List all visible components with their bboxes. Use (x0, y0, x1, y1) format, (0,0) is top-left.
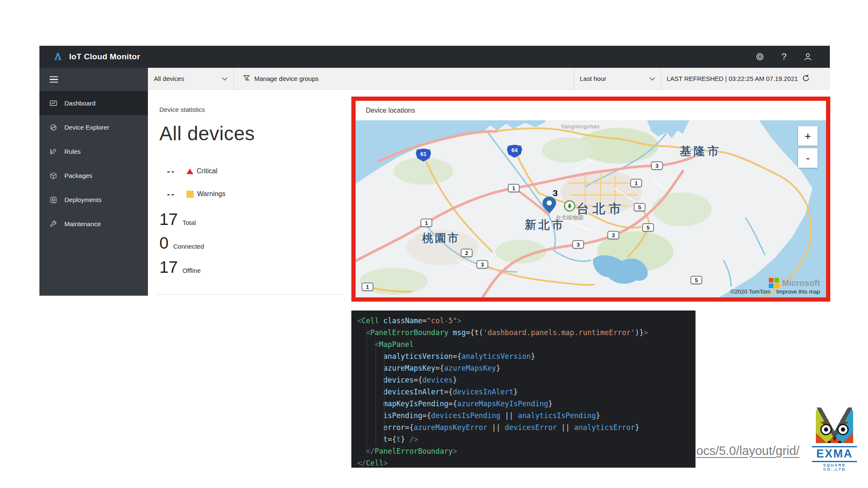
total-value: 17 (159, 210, 178, 229)
sidebar-item-label: Packages (64, 172, 92, 179)
road-shield-3: 3 (607, 231, 619, 239)
profile-icon[interactable] (804, 53, 812, 61)
road-shield-3: 3 (572, 240, 584, 249)
sidebar-item-label: Deployments (64, 196, 102, 203)
warnings-square-icon (186, 191, 194, 198)
help-icon[interactable]: ? (782, 52, 787, 61)
total-label: Total (182, 219, 196, 226)
device-locations-panel: Device locations (351, 97, 830, 302)
road-shield-3: 3 (651, 161, 663, 170)
sidebar-item-label: Rules (64, 148, 81, 155)
zoom-in-button[interactable]: + (798, 126, 818, 146)
offline-value: 17 (159, 258, 178, 277)
connected-label: Connected (173, 243, 204, 250)
warnings-stat-row: -- Warnings (167, 189, 225, 199)
settings-gear-icon[interactable] (755, 52, 765, 61)
offline-label: Offline (182, 267, 200, 274)
microsoft-wordmark: Microsoft (782, 278, 820, 288)
device-cluster-count: 3 (553, 188, 558, 198)
park-poi-icon (564, 200, 576, 212)
map-copyright: ©2020 TomTom (730, 288, 771, 295)
sidebar-item-rules[interactable]: Rules (39, 139, 148, 164)
connected-stat-row: 0 Connected (159, 234, 204, 252)
city-label-taipei: 台北市 (576, 200, 625, 218)
dashboard-toolbar: All devices Manage device groups Last ho… (148, 68, 830, 90)
panel-title: Device locations (356, 101, 826, 120)
microsoft-squares-icon (769, 278, 779, 288)
panel-title: Device statistics (159, 106, 205, 113)
road-shield-1: 1 (420, 219, 432, 227)
indent-guide (376, 338, 376, 445)
chevron-down-icon (222, 77, 228, 80)
microsoft-logo: Microsoft (730, 278, 820, 288)
map-attribution: Microsoft ©2020 TomTom Improve this map (730, 278, 820, 295)
device-cluster-pin-icon[interactable] (542, 196, 556, 216)
critical-stat-row: -- Critical (167, 166, 217, 176)
last-refreshed-text: LAST REFRESHED | 03:22:25 AM 07.19.2021 (667, 75, 798, 82)
device-group-value: All devices (154, 75, 184, 82)
maintenance-icon (50, 220, 57, 228)
sidebar-item-device-explorer[interactable]: Device Explorer (39, 115, 148, 139)
code-snippet-panel: <Cell className="col-5"> <PanelErrorBoun… (351, 311, 696, 468)
device-group-title: All devices (159, 122, 255, 145)
rules-icon (50, 148, 57, 155)
sidebar-item-label: Dashboard (64, 100, 95, 107)
sidebar-item-maintenance[interactable]: Maintenance (39, 212, 148, 236)
manage-device-groups-label: Manage device groups (254, 75, 319, 82)
city-label-taoyuan: 桃園市 (422, 231, 460, 246)
map-area-label: Yangmingshan (561, 123, 600, 130)
offline-stat-row: 17 Offline (159, 258, 200, 277)
filter-funnel-icon (243, 75, 250, 83)
last-refreshed-control[interactable]: LAST REFRESHED | 03:22:25 AM 07.19.2021 (661, 68, 830, 89)
sidebar-item-packages[interactable]: Packages (39, 164, 148, 188)
critical-triangle-icon (186, 169, 193, 174)
road-shield-3: 3 (476, 260, 488, 269)
road-shield-1: 1 (362, 283, 373, 291)
road-shield-1: 1 (630, 179, 642, 187)
indent-guide (367, 327, 367, 457)
chevron-down-icon (649, 77, 655, 80)
park-poi-label: 台北植物園 (556, 214, 584, 222)
dashboard-icon (50, 100, 57, 107)
exma-wordmark: EXMA (812, 446, 857, 462)
device-explorer-icon (50, 124, 57, 131)
road-shield-5: 5 (634, 203, 645, 211)
sidebar-item-label: Maintenance (64, 220, 101, 227)
hamburger-menu-icon[interactable] (39, 68, 148, 91)
topbar-actions: ? (755, 52, 812, 61)
exma-owl-icon (814, 408, 855, 444)
time-range-value: Last hour (580, 75, 606, 82)
deployments-icon (50, 196, 57, 204)
improve-map-link[interactable]: Improve this map (776, 288, 820, 295)
time-range-dropdown[interactable]: Last hour (574, 68, 661, 89)
connected-value: 0 (159, 234, 169, 252)
app-topbar: IoT Cloud Monitor ? (39, 46, 830, 68)
sidebar-item-label: Device Explorer (64, 124, 109, 131)
indent-guide (384, 350, 384, 445)
exma-logo: EXMA SQUARE CO.,LTD (812, 408, 857, 471)
app-title: IoT Cloud Monitor (69, 52, 140, 61)
screenshot-canvas: IoT Cloud Monitor ? Dashboard Device Exp… (0, 0, 868, 488)
refresh-icon[interactable] (802, 74, 810, 83)
road-shield-5: 5 (642, 223, 654, 232)
critical-value: -- (167, 166, 186, 176)
packages-icon (50, 172, 57, 180)
sidebar: Dashboard Device Explorer Rules Packages… (39, 68, 148, 296)
road-shield-2: 2 (461, 249, 473, 257)
zoom-out-button[interactable]: - (798, 148, 818, 168)
critical-label: Critical (197, 167, 217, 175)
device-group-dropdown[interactable]: All devices (148, 68, 234, 89)
road-shield-5: 5 (690, 276, 702, 284)
manage-device-groups-button[interactable]: Manage device groups (234, 68, 574, 89)
docs-grid-link[interactable]: ocs/5.0/layout/grid/ (696, 444, 799, 458)
sidebar-item-dashboard[interactable]: Dashboard (39, 91, 148, 115)
code-block: <Cell className="col-5"> <PanelErrorBoun… (357, 315, 696, 468)
azure-logo-icon (53, 52, 63, 62)
map-view[interactable]: Yangmingshan 基隆市 台北市 新北市 桃園市 61 64 13151… (356, 120, 826, 297)
device-statistics-panel: Device statistics All devices -- Critica… (155, 103, 346, 295)
road-shield-1: 1 (508, 184, 520, 192)
warnings-label: Warnings (197, 190, 225, 198)
warnings-value: -- (167, 189, 186, 199)
sidebar-item-deployments[interactable]: Deployments (39, 188, 148, 212)
city-label-keelung: 基隆市 (680, 144, 722, 159)
